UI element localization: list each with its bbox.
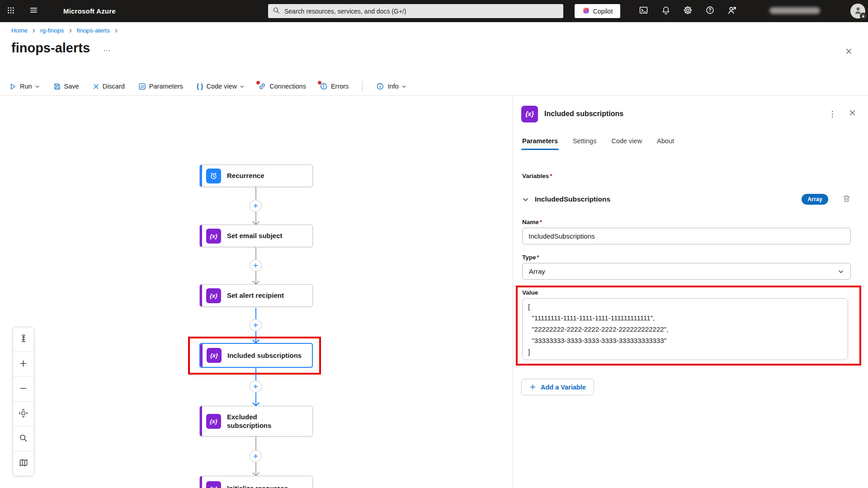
braces-icon: { } (197, 83, 203, 90)
workflow-node-set-email-subject[interactable]: {x} Set email subject (199, 225, 313, 247)
value-field-label: Value (522, 289, 538, 296)
page-more-button[interactable]: … (103, 44, 111, 53)
pan-tool-button[interactable] (13, 401, 34, 426)
workflow-node-recurrence[interactable]: Recurrence (199, 164, 313, 187)
chevron-right-icon (68, 28, 73, 33)
breadcrumb: Home rg-finops finops-alerts (11, 27, 118, 34)
waffle-menu-button[interactable] (0, 0, 22, 22)
cloud-shell-button[interactable] (632, 0, 655, 22)
azure-brand[interactable]: Microsoft Azure (63, 0, 116, 22)
tab-about[interactable]: About (657, 137, 674, 150)
pan-icon (19, 408, 28, 420)
parameters-icon: @ (138, 83, 146, 90)
link-icon (258, 82, 266, 90)
hamburger-menu-button[interactable] (23, 0, 44, 22)
variable-icon: {x} (521, 106, 538, 122)
insert-step-button[interactable] (250, 450, 262, 462)
tab-code-view[interactable]: Code view (611, 137, 642, 150)
waffle-icon (7, 6, 15, 16)
chevron-down-icon[interactable] (522, 196, 529, 203)
insert-step-button[interactable] (250, 319, 262, 331)
variable-type-select[interactable]: Array (522, 263, 851, 280)
delete-variable-button[interactable] (841, 194, 852, 205)
close-icon (849, 109, 856, 119)
chevron-right-icon (32, 28, 36, 33)
save-label: Save (64, 83, 79, 90)
operation-panel: {x} Included subscriptions ⋮ Parameters … (513, 96, 868, 488)
run-button[interactable]: Run (9, 83, 40, 90)
node-label: Set email subject (227, 231, 283, 240)
discard-x-icon (93, 83, 99, 90)
variable-icon: {x} (207, 348, 222, 363)
workflow-node-included-subscriptions[interactable]: {x} Included subscriptions (199, 343, 313, 368)
zoom-out-button[interactable] (13, 376, 34, 401)
bell-icon (661, 6, 670, 17)
workflow-node-initialize-resources[interactable]: {x} Initialize resources (199, 476, 313, 488)
topbar-icon-row: ? (632, 0, 743, 22)
connector-selected (255, 368, 256, 406)
person-feedback-icon (727, 5, 737, 17)
search-input[interactable] (283, 7, 559, 15)
azure-portal: Microsoft Azure Copilot ? Home rg-finops… (0, 0, 868, 488)
command-bar-divider (362, 81, 363, 91)
canvas-tools (12, 327, 34, 476)
add-variable-button[interactable]: Add a Variable (521, 379, 594, 395)
discard-label: Discard (103, 83, 125, 90)
breadcrumb-rg-finops[interactable]: rg-finops (40, 27, 64, 34)
variable-name-heading[interactable]: IncludedSubscriptions (535, 195, 610, 203)
chevron-down-icon (838, 268, 844, 275)
run-label: Run (20, 83, 32, 90)
errors-label: Errors (331, 83, 349, 90)
insert-step-button[interactable] (250, 380, 262, 393)
page-close-button[interactable] (842, 45, 855, 59)
settings-button[interactable] (677, 0, 699, 22)
command-bar: Run Save Discard @ Parameters { } Code v… (0, 77, 868, 96)
panel-tabs: Parameters Settings Code view About (522, 137, 674, 150)
variable-value-editor[interactable]: [ "11111111-1111-1111-1111-111111111111"… (522, 298, 848, 360)
minimap-button[interactable] (13, 451, 34, 476)
copilot-button[interactable]: Copilot (575, 4, 620, 18)
connections-button[interactable]: Connections (258, 82, 306, 90)
save-icon (53, 83, 61, 90)
info-label: Info (387, 83, 398, 90)
chevron-down-icon (35, 84, 40, 89)
insert-step-button[interactable] (250, 259, 262, 272)
code-view-button[interactable]: { } Code view (197, 83, 245, 90)
panel-close-button[interactable] (845, 107, 859, 121)
save-button[interactable]: Save (53, 83, 79, 90)
account-name-redacted (769, 7, 820, 14)
tab-parameters[interactable]: Parameters (522, 137, 558, 150)
variable-icon: {x} (206, 414, 221, 429)
recurrence-clock-icon (206, 169, 221, 183)
node-accent (200, 225, 202, 247)
svg-text:@: @ (140, 84, 144, 89)
breadcrumb-finops-alerts[interactable]: finops-alerts (77, 27, 110, 34)
notifications-button[interactable] (655, 0, 677, 22)
map-icon (19, 458, 28, 469)
help-button[interactable]: ? (699, 0, 721, 22)
info-circle-icon (376, 82, 384, 90)
discard-button[interactable]: Discard (93, 83, 125, 90)
feedback-button[interactable] (721, 0, 743, 22)
info-button[interactable]: Info (376, 82, 406, 90)
fit-view-button[interactable] (13, 327, 34, 352)
workflow-node-set-alert-recipient[interactable]: {x} Set alert recipient (199, 284, 313, 307)
node-label: Set alert recipient (227, 291, 284, 300)
code-view-label: Code view (207, 83, 237, 90)
breadcrumb-home[interactable]: Home (11, 27, 28, 34)
canvas-search-button[interactable] (13, 426, 34, 451)
variable-name-input[interactable] (522, 228, 851, 244)
chevron-right-icon (114, 28, 118, 33)
errors-button[interactable]: Errors (320, 82, 349, 90)
panel-more-button[interactable]: ⋮ (826, 107, 839, 121)
workflow-node-excluded-subscriptions[interactable]: {x} Excluded subscriptions (199, 406, 313, 436)
insert-step-button[interactable] (250, 200, 262, 212)
parameters-button[interactable]: @ Parameters (138, 83, 183, 90)
tab-settings[interactable]: Settings (573, 137, 596, 150)
copilot-label: Copilot (593, 8, 613, 15)
trash-icon (842, 194, 851, 205)
plus-icon (19, 359, 28, 370)
zoom-in-button[interactable] (13, 352, 34, 376)
avatar[interactable] (850, 4, 865, 19)
variable-icon: {x} (206, 481, 221, 488)
